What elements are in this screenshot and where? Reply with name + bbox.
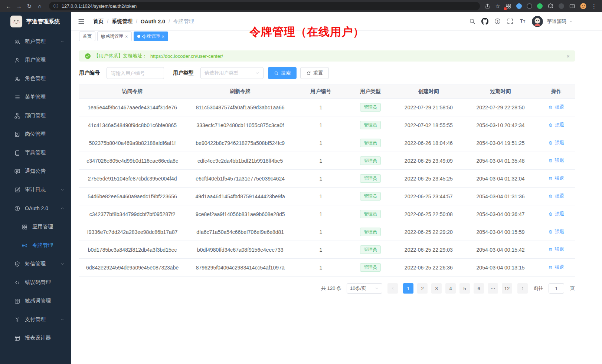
breadcrumb-oauth[interactable]: / OAuth 2.0 [132, 19, 165, 24]
expire-time-cell: 2054-03-10 20:42:34 [463, 116, 537, 134]
sidebar-item-dict[interactable]: 字典管理 [0, 143, 71, 162]
sidebar-item-oauth-token[interactable]: 令牌管理 [0, 236, 71, 255]
sidebar-item-role[interactable]: 角色管理 [0, 69, 71, 88]
breadcrumb-separator: / [136, 19, 137, 24]
extension-icon-dark[interactable] [527, 3, 532, 9]
prev-page-button[interactable] [387, 283, 398, 294]
force-logout-button[interactable]: 强退 [548, 228, 564, 235]
force-logout-button[interactable]: 强退 [548, 264, 564, 271]
home-button[interactable]: ⌂ [35, 2, 45, 11]
user-type-tag: 管理员 [360, 174, 381, 182]
fullscreen-icon[interactable] [507, 18, 514, 25]
font-size-icon[interactable] [519, 18, 526, 25]
sidebar-item-pay[interactable]: 支付管理 [0, 310, 71, 329]
back-button[interactable]: ← [4, 2, 13, 11]
forward-button[interactable]: → [14, 2, 24, 11]
success-icon [85, 53, 91, 59]
page-size-select[interactable]: 10条/页 [347, 283, 382, 294]
force-logout-button[interactable]: 强退 [548, 175, 564, 182]
page-2[interactable]: 2 [417, 283, 428, 294]
user-icon [14, 57, 20, 63]
profile-avatar-icon[interactable] [580, 3, 586, 9]
alert-close-icon[interactable]: × [566, 53, 570, 59]
delete-icon [548, 105, 553, 110]
action-cell: 强退 [538, 116, 575, 134]
site-info-icon[interactable]: ⓘ [53, 3, 58, 10]
search-button[interactable]: 搜索 [268, 67, 297, 79]
page-5[interactable]: 5 [459, 283, 470, 294]
breadcrumb-home[interactable]: / 首页 [93, 18, 104, 25]
tab-close-icon[interactable]: × [162, 34, 165, 39]
sidebar-item-oauth-app[interactable]: 应用管理 [0, 218, 71, 236]
goto-page-input[interactable] [549, 283, 564, 294]
browser-menu-icon[interactable]: ⋮ [591, 3, 597, 9]
page-1[interactable]: 1 [403, 283, 413, 294]
breadcrumb-system[interactable]: / 系统管理 [104, 18, 132, 25]
sidebar-item-error-code[interactable]: 错误码管理 [0, 273, 71, 292]
user-avatar[interactable] [532, 16, 543, 27]
sidebar-item-sms[interactable]: 短信管理 [0, 255, 71, 273]
user-type-select[interactable]: 请选择用户类型 [200, 67, 264, 79]
force-logout-button[interactable]: 强退 [548, 122, 564, 128]
sidebar-item-audit-log[interactable]: 审计日志 [0, 181, 71, 199]
table-row: f9336e7c7dd242a283ee98dc86b17a87 dfa6c71… [79, 223, 575, 241]
page-3[interactable]: 3 [431, 283, 442, 294]
extension-icon-blue[interactable] [516, 3, 522, 9]
breadcrumb: / 首页 / 系统管理 / OAuth 2.0 / 令牌管理 [93, 18, 194, 25]
reset-button[interactable]: 重置 [300, 67, 329, 79]
extension-icon-grid[interactable] [505, 3, 511, 9]
user-menu-caret-icon[interactable] [569, 19, 573, 24]
extension-icon-green[interactable] [537, 3, 543, 9]
sidebar-item-user[interactable]: 用户管理 [0, 51, 71, 69]
next-page-button[interactable] [517, 283, 528, 294]
help-icon[interactable] [494, 18, 501, 25]
github-icon[interactable] [481, 18, 488, 25]
sidebar-item-notice[interactable]: 通知公告 [0, 162, 71, 181]
force-logout-button[interactable]: 强退 [548, 246, 564, 253]
sidebar-item-sensitive-word[interactable]: 敏感词管理 [0, 292, 71, 310]
share-icon[interactable] [484, 3, 491, 9]
reset-button-label: 重置 [313, 70, 323, 76]
username[interactable]: 芋道源码 [547, 18, 566, 25]
sidebar-item-dept[interactable]: 部门管理 [0, 106, 71, 125]
tab-sensitive-word[interactable]: 敏感词管理 × [97, 32, 132, 41]
page-12[interactable]: 12 [502, 283, 512, 294]
user-id-input[interactable] [107, 67, 164, 79]
address-bar[interactable]: ⓘ 127.0.0.1:1024/system/oauth2/token [49, 2, 480, 10]
pay-icon [14, 317, 20, 323]
force-logout-button[interactable]: 强退 [548, 104, 564, 110]
force-logout-button[interactable]: 强退 [548, 211, 564, 217]
force-logout-button[interactable]: 强退 [548, 157, 564, 164]
bookmark-star-icon[interactable]: ☆ [495, 3, 500, 9]
extension-icon-paw[interactable] [559, 3, 564, 9]
doc-link[interactable]: https://doc.iocoder.cn/user-center/ [150, 53, 223, 59]
sidebar-item-menu[interactable]: 菜单管理 [0, 88, 71, 106]
sidebar-item-post[interactable]: 岗位管理 [0, 125, 71, 143]
menu-fold-icon[interactable] [78, 18, 85, 25]
user-type-tag: 管理员 [360, 210, 381, 218]
breadcrumb-token[interactable]: / 令牌管理 [165, 18, 194, 25]
tab-token[interactable]: 令牌管理 × [134, 32, 169, 41]
reload-button[interactable]: ↻ [24, 2, 34, 11]
app-logo-area[interactable]: 芋道管理系统 [0, 12, 71, 31]
tab-home[interactable]: 首页 × [79, 32, 95, 41]
page-4[interactable]: 4 [445, 283, 456, 294]
page-6[interactable]: 6 [474, 283, 484, 294]
user-type-cell: 管理员 [347, 99, 394, 116]
sidebar-item-oauth[interactable]: OAuth 2.0 [0, 199, 71, 218]
user-type-cell: 管理员 [347, 205, 394, 223]
user-type-cell: 管理员 [347, 223, 394, 241]
force-logout-button[interactable]: 强退 [548, 193, 564, 199]
search-icon[interactable] [469, 18, 476, 25]
force-logout-button[interactable]: 强退 [548, 139, 564, 146]
extensions-puzzle-icon[interactable] [547, 3, 554, 9]
sidebar-item-tenant[interactable]: 租户管理 [0, 32, 71, 51]
expire-time-cell: 2022-07-29 22:28:50 [463, 99, 537, 116]
sidebar-item-report-designer[interactable]: 报表设计器 [0, 329, 71, 347]
sidebar-toggle-icon[interactable] [569, 3, 575, 9]
user-id-cell: 1 [295, 223, 347, 241]
tab-close-icon[interactable]: × [125, 34, 128, 39]
page-more[interactable]: ⋯ [488, 283, 498, 294]
sidebar-item-label: 应用管理 [32, 224, 53, 230]
refresh-token-cell: 8796295f04064c2983414cc54af1097a [186, 259, 295, 277]
